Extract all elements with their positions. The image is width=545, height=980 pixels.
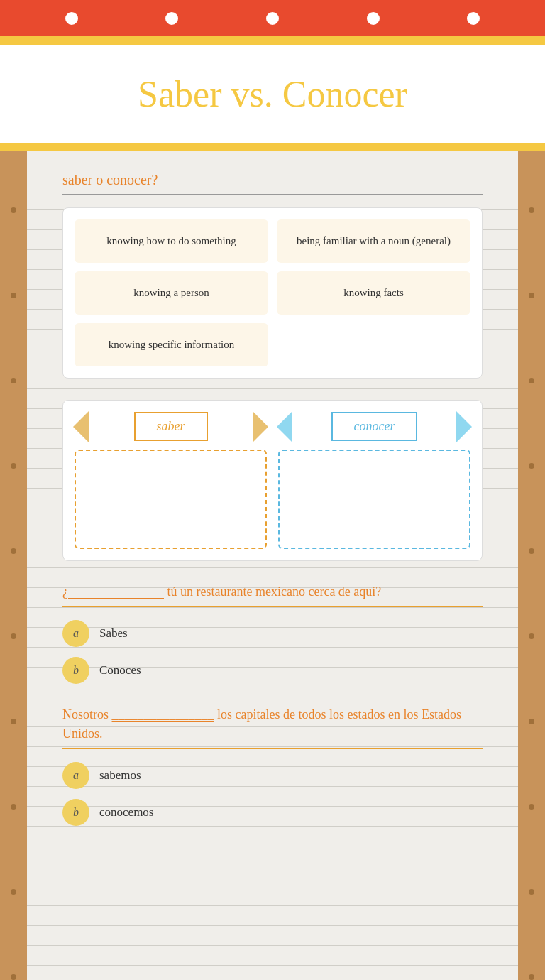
paper-area: saber o conocer? knowing how to do somet… [27,151,518,980]
conocer-column: conocer [278,412,470,549]
accent-bar-top [0,39,545,45]
answer-label-1b: Conoces [99,663,141,677]
q1-blank: _______________ [68,584,164,599]
cork-dot [11,293,16,298]
category-section: saber o conocer? knowing how to do somet… [62,172,483,379]
answer-label-1a: Sabes [99,626,128,641]
cork-dot [11,378,16,383]
cork-dot-r [529,293,534,298]
conocer-label: conocer [331,412,418,441]
nav-dot-3[interactable] [266,12,279,25]
cork-dot-r [529,719,534,724]
q1-suffix: tú un restaurante mexicano cerca de aquí… [164,584,381,599]
cork-dot-r [529,974,534,980]
answer-label-2b: conocemos [99,805,153,820]
cork-dot-r [529,463,534,469]
cork-dot-r [529,548,534,554]
question-2-text: Nosotros ________________ los capitales … [62,705,483,744]
category-item-4[interactable]: knowing facts [277,271,470,315]
answer-label-2a: sabemos [99,768,141,783]
cork-dot [11,804,16,810]
conocer-banner: conocer [278,412,470,441]
question-1-divider [62,606,483,607]
banner-arrow-right-blue [456,411,472,442]
q2-prefix: Nosotros [62,707,112,722]
cork-dot [11,974,16,980]
verb-columns: saber conocer [62,400,483,561]
left-cork [0,151,27,980]
section-divider [62,194,483,195]
category-grid-container: knowing how to do something being famili… [62,207,483,379]
category-item-3[interactable]: knowing a person [75,271,268,315]
answer-badge-2a: a [62,762,89,789]
answer-option-2b[interactable]: b conocemos [62,799,483,826]
saber-banner: saber [75,412,267,441]
answer-badge-2b: b [62,799,89,826]
cork-dot [11,207,16,213]
title-area: Saber vs. Conocer [0,45,545,143]
nav-dot-2[interactable] [165,12,178,25]
cork-dot [11,889,16,895]
category-item-2[interactable]: being familiar with a noun (general) [277,219,470,263]
conocer-drop-zone[interactable] [278,450,470,549]
answer-option-1a[interactable]: a Sabes [62,620,483,647]
cork-dot-r [529,207,534,213]
nav-dot-4[interactable] [367,12,380,25]
cork-dot [11,548,16,554]
cork-dot [11,633,16,639]
top-nav [0,0,545,39]
answer-option-2a[interactable]: a sabemos [62,762,483,789]
banner-arrow-left-blue [277,411,292,442]
cork-dot-r [529,889,534,895]
answer-badge-b: b [62,657,89,684]
banner-arrow-left [73,411,89,442]
cork-dot-r [529,378,534,383]
right-cork [518,151,545,980]
category-grid: knowing how to do something being famili… [75,219,470,366]
saber-label: saber [134,412,208,441]
banner-arrow-right [253,411,268,442]
answer-badge-a: a [62,620,89,647]
content-wrapper: saber o conocer? knowing how to do somet… [0,151,545,980]
saber-drop-zone[interactable] [75,450,267,549]
question-2-block: Nosotros ________________ los capitales … [62,705,483,826]
cork-dot-r [529,804,534,810]
question-1-text: ¿_______________ tú un restaurante mexic… [62,582,483,601]
saber-column: saber [75,412,267,549]
answer-option-1b[interactable]: b Conoces [62,657,483,684]
question-1-block: ¿_______________ tú un restaurante mexic… [62,582,483,684]
accent-bar-bottom [0,143,545,151]
nav-dot-1[interactable] [65,12,78,25]
page-title: Saber vs. Conocer [14,73,531,115]
cork-dot [11,463,16,469]
question-2-divider [62,748,483,749]
q2-blank: ________________ [112,707,214,722]
cork-dot-r [529,633,534,639]
category-item-1[interactable]: knowing how to do something [75,219,268,263]
cork-dot [11,719,16,724]
section-heading: saber o conocer? [62,172,483,188]
category-item-5[interactable]: knowing specific information [75,323,268,366]
nav-dot-5[interactable] [467,12,480,25]
q1-prefix: ¿ [62,584,68,599]
